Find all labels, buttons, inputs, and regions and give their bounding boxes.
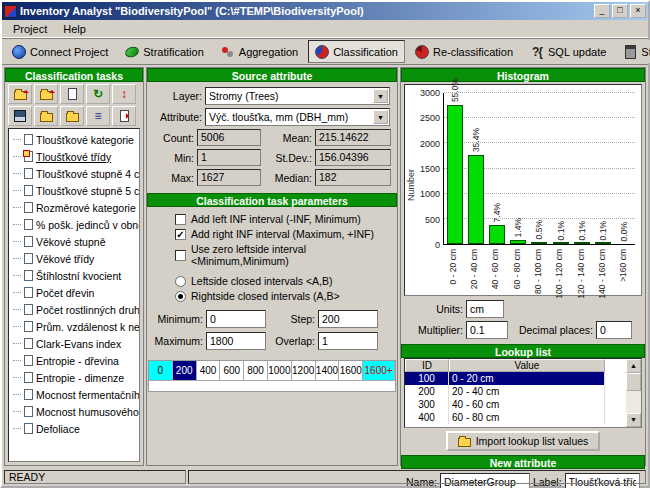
minimum-input[interactable] bbox=[206, 310, 266, 328]
scroll-up-icon[interactable]: ▲ bbox=[626, 359, 641, 373]
save-tasks-button[interactable] bbox=[8, 106, 32, 126]
interval-cell[interactable]: 200 bbox=[173, 361, 197, 381]
histogram-bar[interactable] bbox=[553, 242, 569, 244]
tree-item[interactable]: Prům. vzdálenost k nejbl. stromu bbox=[11, 318, 139, 335]
tree-item[interactable]: Počet rostlinných druhů bbox=[11, 301, 139, 318]
checkbox-row[interactable]: Use zero leftside interval <Minimum,Mini… bbox=[175, 243, 391, 267]
tree-connector bbox=[13, 377, 21, 378]
aggregation-button[interactable]: Aggregation bbox=[214, 40, 305, 63]
reorder-tasks-button[interactable]: ↕ bbox=[112, 84, 136, 104]
chevron-down-icon[interactable]: ▼ bbox=[373, 89, 388, 103]
tree-item[interactable]: Defoliace bbox=[11, 420, 139, 437]
max-field: 1627 bbox=[197, 169, 261, 186]
checkbox-icon[interactable] bbox=[175, 250, 186, 261]
tasks-tree[interactable]: Tloušťkové kategorieTloušťkové třídyTlou… bbox=[8, 128, 140, 462]
minimize-button[interactable]: _ bbox=[594, 4, 610, 18]
new-task-button[interactable] bbox=[60, 84, 84, 104]
tree-item[interactable]: Tloušťkové třídy bbox=[11, 148, 139, 165]
histogram-bar[interactable] bbox=[447, 105, 463, 244]
histogram-bar[interactable] bbox=[595, 242, 611, 244]
tree-item[interactable]: Clark-Evans index bbox=[11, 335, 139, 352]
export-task-list-button[interactable] bbox=[34, 84, 58, 104]
lookup-row[interactable]: 40060 - 80 cm bbox=[405, 411, 605, 424]
import-lookup-values-button[interactable]: Import lookup list values bbox=[446, 431, 601, 451]
import-task-list-button[interactable] bbox=[8, 84, 32, 104]
histogram-bar[interactable] bbox=[510, 240, 526, 244]
interval-cell[interactable]: 1000 bbox=[268, 361, 292, 381]
lookup-id-column-header[interactable]: ID bbox=[405, 359, 449, 372]
lookup-row[interactable]: 20020 - 40 cm bbox=[405, 385, 605, 398]
tasks-folder-button[interactable] bbox=[60, 106, 84, 126]
restore-button[interactable]: □ bbox=[612, 4, 628, 18]
bar-slot: 7.4% bbox=[486, 93, 507, 244]
task-list-button[interactable]: ≡ bbox=[86, 106, 110, 126]
mean-field: 215.14622 bbox=[315, 129, 391, 146]
refresh-tasks-button[interactable]: ↻ bbox=[86, 84, 110, 104]
lookup-row[interactable]: 30040 - 60 cm bbox=[405, 398, 605, 411]
tree-item[interactable]: Entropie - dimenze bbox=[11, 369, 139, 386]
checkbox-icon[interactable] bbox=[175, 214, 186, 225]
re-classification-button[interactable]: Re-classification bbox=[408, 40, 520, 63]
histogram-bar[interactable] bbox=[574, 242, 590, 244]
maximum-input[interactable] bbox=[206, 332, 266, 350]
histogram-bar[interactable] bbox=[531, 242, 547, 244]
layer-dropdown[interactable]: Stromy (Trees) ▼ bbox=[205, 87, 390, 105]
scroll-down-icon[interactable]: ▼ bbox=[626, 413, 641, 427]
interval-cell[interactable]: 400 bbox=[197, 361, 221, 381]
radio-row[interactable]: Leftside closed intervals <A,B) bbox=[175, 275, 391, 287]
bar-slot: 35.4% bbox=[465, 93, 486, 244]
scrollbar-thumb[interactable] bbox=[626, 373, 641, 391]
tree-item[interactable]: Tloušťkové kategorie bbox=[11, 131, 139, 148]
overlap-input[interactable] bbox=[318, 332, 378, 350]
chevron-down-icon[interactable]: ▼ bbox=[373, 110, 388, 124]
tree-item[interactable]: Věkové třídy bbox=[11, 250, 139, 267]
sql-update-button[interactable]: SQL update bbox=[523, 40, 613, 63]
checkbox-icon[interactable]: ✓ bbox=[175, 229, 186, 240]
tree-item[interactable]: Mocnost fermentačního horizontu bbox=[11, 386, 139, 403]
tree-item-label: Mocnost fermentačního horizontu bbox=[36, 389, 140, 401]
histogram-bar[interactable] bbox=[468, 155, 484, 244]
title-bar[interactable]: Inventory Analyst "BiodiversityPool" (C:… bbox=[2, 2, 648, 20]
open-tasks-button[interactable] bbox=[34, 106, 58, 126]
radio-row[interactable]: Rightside closed intervals (A,B> bbox=[175, 290, 391, 302]
checkbox-row[interactable]: Add left INF interval (-INF, Minimum) bbox=[175, 213, 391, 225]
interval-cell[interactable]: 800 bbox=[244, 361, 268, 381]
checkbox-row[interactable]: ✓Add right INF interval (Maximum, +INF) bbox=[175, 228, 391, 240]
tree-item[interactable]: Tloušťkové stupně 4 cm bbox=[11, 165, 139, 182]
interval-cell[interactable]: 1400 bbox=[316, 361, 340, 381]
step-input[interactable] bbox=[318, 310, 378, 328]
classification-button[interactable]: Classification bbox=[308, 40, 405, 63]
tree-item[interactable]: Mocnost humusového horizontu bbox=[11, 403, 139, 420]
units-input[interactable] bbox=[466, 300, 504, 318]
lookup-scrollbar[interactable]: ▲ ▼ bbox=[626, 359, 641, 427]
interval-cell[interactable]: 600 bbox=[220, 361, 244, 381]
multiplier-input[interactable] bbox=[466, 321, 508, 339]
lookup-value-column-header[interactable]: Value bbox=[449, 359, 605, 372]
interval-cell[interactable]: 0 bbox=[149, 361, 173, 381]
tree-item[interactable]: Štíhlostní kvocient bbox=[11, 267, 139, 284]
stratification-button[interactable]: Stratification bbox=[118, 40, 211, 63]
statistics-button[interactable]: Statistics bbox=[616, 40, 650, 63]
decimal-places-input[interactable] bbox=[596, 321, 632, 339]
tree-item[interactable]: Počet dřevin bbox=[11, 284, 139, 301]
interval-cell[interactable]: 1600 bbox=[339, 361, 363, 381]
interval-cell[interactable]: 1600+ bbox=[363, 361, 395, 381]
tree-item[interactable]: Tloušťkové stupně 5 cm bbox=[11, 182, 139, 199]
y-tick-label: 3000 bbox=[420, 88, 440, 98]
lookup-row[interactable]: 1000 - 20 cm bbox=[405, 372, 605, 385]
tree-item[interactable]: Entropie - dřevina bbox=[11, 352, 139, 369]
attribute-dropdown[interactable]: Výč. tloušťka, mm (DBH_mm) ▼ bbox=[205, 108, 390, 126]
histogram-bar[interactable] bbox=[489, 225, 505, 244]
radio-icon[interactable] bbox=[175, 291, 186, 302]
menu-project[interactable]: Project bbox=[6, 21, 54, 37]
rename-task-button[interactable] bbox=[112, 106, 136, 126]
tree-item[interactable]: Věkové stupně bbox=[11, 233, 139, 250]
x-tick-label: 0 - 20 cm bbox=[448, 249, 458, 284]
tree-item[interactable]: % pošk. jedinců v obnově bbox=[11, 216, 139, 233]
close-button[interactable]: × bbox=[630, 4, 646, 18]
interval-cell[interactable]: 1200 bbox=[292, 361, 316, 381]
menu-help[interactable]: Help bbox=[56, 21, 93, 37]
tree-item[interactable]: Rozměrové kategorie od 0.1 m bbox=[11, 199, 139, 216]
connect-project-button[interactable]: Connect Project bbox=[5, 40, 115, 63]
radio-icon[interactable] bbox=[175, 276, 186, 287]
